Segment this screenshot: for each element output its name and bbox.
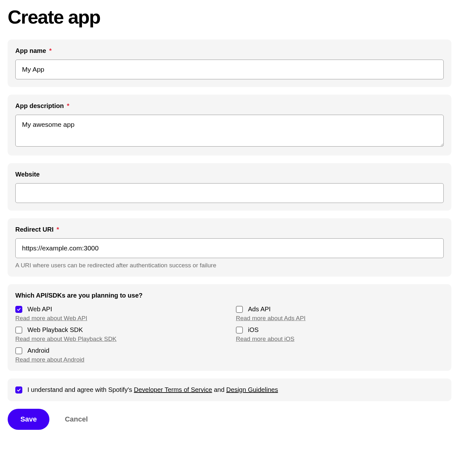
app-description-label: App description *	[15, 102, 444, 110]
redirect-uri-input[interactable]	[15, 238, 444, 258]
terms-of-service-link[interactable]: Developer Terms of Service	[134, 386, 212, 393]
checkbox-label: iOS	[248, 326, 259, 334]
checkbox-ads-api[interactable]	[236, 306, 243, 313]
app-description-card: App description * My awesome app	[8, 95, 451, 155]
checkbox-row: Web Playback SDK	[15, 326, 223, 334]
agreement-row: I understand and agree with Spotify's De…	[15, 386, 444, 393]
checkbox-row: Android	[15, 347, 223, 354]
app-description-input[interactable]: My awesome app	[15, 115, 444, 147]
read-more-web-playback-sdk[interactable]: Read more about Web Playback SDK	[15, 335, 117, 343]
app-name-label-text: App name	[15, 47, 46, 54]
read-more-web-api[interactable]: Read more about Web API	[15, 315, 87, 322]
app-name-card: App name *	[8, 40, 451, 87]
agreement-prefix: I understand and agree with Spotify's	[27, 386, 134, 393]
agreement-text: I understand and agree with Spotify's De…	[27, 386, 278, 393]
app-name-input[interactable]	[15, 60, 444, 79]
checkbox-item-ads-api: Ads API Read more about Ads API	[236, 306, 444, 322]
checkbox-label: Android	[27, 347, 49, 354]
checkbox-ios[interactable]	[236, 327, 243, 334]
redirect-uri-label: Redirect URI *	[15, 226, 444, 233]
checkbox-row: iOS	[236, 326, 444, 334]
api-sdk-label: Which API/SDKs are you planning to use?	[15, 292, 444, 299]
read-more-ads-api[interactable]: Read more about Ads API	[236, 315, 306, 322]
agreement-card: I understand and agree with Spotify's De…	[8, 379, 451, 401]
checkbox-row: Ads API	[236, 306, 444, 313]
read-more-android[interactable]: Read more about Android	[15, 356, 84, 363]
checkbox-item-web-api: Web API Read more about Web API	[15, 306, 223, 322]
website-label-text: Website	[15, 171, 40, 178]
app-description-label-text: App description	[15, 102, 64, 109]
check-icon	[17, 307, 21, 312]
page-title: Create app	[8, 8, 451, 27]
agreement-middle: and	[212, 386, 226, 393]
api-sdk-grid: Web API Read more about Web API Ads API …	[15, 306, 444, 363]
check-icon	[17, 388, 21, 392]
checkbox-item-android: Android Read more about Android	[15, 347, 223, 363]
checkbox-label: Web Playback SDK	[27, 326, 83, 334]
required-marker: *	[67, 102, 69, 109]
save-button[interactable]: Save	[8, 409, 49, 430]
read-more-ios[interactable]: Read more about iOS	[236, 335, 295, 343]
redirect-uri-label-text: Redirect URI	[15, 226, 54, 233]
checkbox-item-ios: iOS Read more about iOS	[236, 326, 444, 343]
required-marker: *	[57, 226, 59, 233]
checkbox-web-playback-sdk[interactable]	[15, 327, 22, 334]
redirect-uri-helper: A URI where users can be redirected afte…	[15, 262, 444, 269]
required-marker: *	[49, 47, 52, 54]
api-sdk-card: Which API/SDKs are you planning to use? …	[8, 284, 451, 371]
cancel-button[interactable]: Cancel	[65, 415, 88, 423]
checkbox-web-api[interactable]	[15, 306, 22, 313]
button-row: Save Cancel	[8, 409, 451, 430]
checkbox-label: Web API	[27, 306, 52, 313]
app-name-label: App name *	[15, 47, 444, 54]
website-label: Website	[15, 171, 444, 178]
checkbox-label: Ads API	[248, 306, 271, 313]
checkbox-agreement[interactable]	[15, 386, 22, 393]
checkbox-row: Web API	[15, 306, 223, 313]
checkbox-item-web-playback-sdk: Web Playback SDK Read more about Web Pla…	[15, 326, 223, 343]
design-guidelines-link[interactable]: Design Guidelines	[226, 386, 278, 393]
website-input[interactable]	[15, 183, 444, 203]
checkbox-android[interactable]	[15, 347, 22, 354]
redirect-uri-card: Redirect URI * A URI where users can be …	[8, 218, 451, 277]
website-card: Website	[8, 163, 451, 211]
